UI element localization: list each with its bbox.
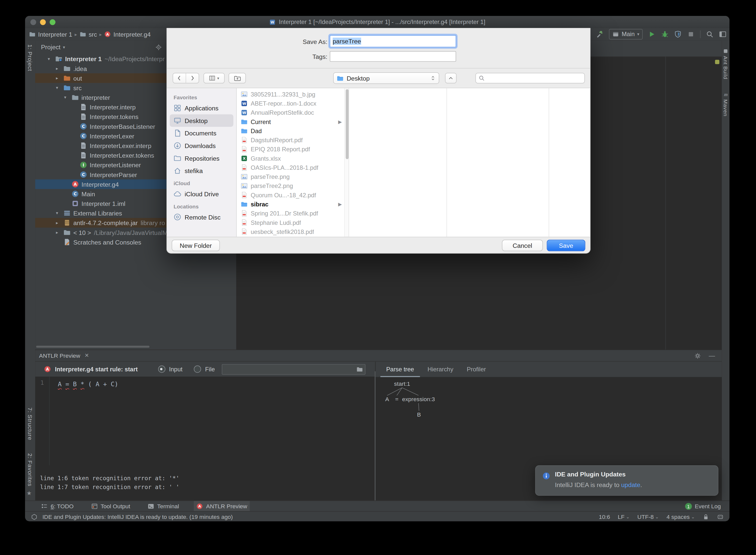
list-item[interactable]: XGrants.xlsx: [237, 154, 344, 163]
forward-button[interactable]: [186, 75, 199, 82]
view-mode-button[interactable]: ▾: [204, 73, 225, 83]
sidebar-item-structure[interactable]: 7: Structure: [27, 408, 33, 440]
list-item[interactable]: Dad: [237, 126, 344, 135]
new-folder-button[interactable]: New Folder: [172, 240, 220, 251]
tab-parse-tree[interactable]: Parse tree: [381, 362, 420, 377]
list-item[interactable]: parseTree.png: [237, 172, 344, 181]
location-popup[interactable]: Desktop: [333, 72, 439, 84]
tree-expand-icon[interactable]: ▾: [48, 56, 55, 61]
list-item[interactable]: sibrac▶: [237, 200, 344, 209]
close-icon[interactable]: ✕: [85, 352, 89, 359]
sidebar-item-maven[interactable]: mMaven: [722, 92, 728, 117]
list-item[interactable]: Spring 201...Dr Stefik.pdf: [237, 209, 344, 218]
tree-expand-icon[interactable]: ▸: [56, 76, 63, 81]
file-radio[interactable]: [194, 366, 201, 373]
toolwindow-button-6-todo[interactable]: 6: TODO: [39, 501, 76, 512]
minimize-window-button[interactable]: [40, 19, 46, 25]
toolwindow-button-tool-output[interactable]: Tool Output: [88, 501, 132, 512]
tree-expand-icon[interactable]: ▸: [56, 220, 63, 225]
list-item[interactable]: 38052911...32931_b.jpg: [237, 90, 344, 99]
tab-profiler[interactable]: Profiler: [461, 362, 492, 377]
indent-widget[interactable]: 4 spaces⌄: [667, 513, 695, 520]
run-button[interactable]: [648, 30, 656, 38]
save-button[interactable]: Save: [547, 240, 585, 251]
sidebar-item-documents[interactable]: Documents: [170, 127, 233, 139]
tree-expand-icon[interactable]: ▸: [56, 66, 63, 71]
filename-input[interactable]: parseTree: [330, 35, 456, 47]
favorites-star-button[interactable]: ★: [27, 490, 32, 497]
build-hammer-icon[interactable]: [596, 30, 604, 38]
scratches-icon: [63, 238, 71, 246]
line-separator-widget[interactable]: LF⌄: [618, 513, 630, 520]
inspection-indicator[interactable]: [715, 60, 719, 64]
gear-icon[interactable]: [694, 352, 701, 359]
breadcrumb-item[interactable]: Interpreter 1: [29, 31, 72, 38]
encoding-widget[interactable]: UTF-8⌄: [637, 513, 659, 520]
event-log-button[interactable]: 1 Event Log: [685, 503, 721, 510]
sidebar-item-label: Remote Disc: [185, 213, 221, 221]
tree-expand-icon[interactable]: ▸: [56, 230, 63, 235]
list-item[interactable]: WAnnualReportStefik.doc: [237, 108, 344, 117]
breadcrumb-item[interactable]: AInterpreter.g4: [104, 31, 151, 38]
back-button[interactable]: [173, 75, 186, 82]
tool-output-icon: [91, 503, 98, 510]
sidebar-item-icloud-drive[interactable]: iCloud Drive: [170, 188, 233, 200]
sidebar-item-downloads[interactable]: Downloads: [170, 139, 233, 152]
sidebar-item-repositories[interactable]: Repositories: [170, 152, 233, 165]
list-item[interactable]: Quorum Ou...-18_42.pdf: [237, 190, 344, 200]
file-name: Spring 201...Dr Stefik.pdf: [251, 210, 318, 217]
locate-icon[interactable]: [155, 44, 162, 50]
sidebar-item-stefika[interactable]: stefika: [170, 165, 233, 177]
search-everywhere-icon[interactable]: [706, 30, 714, 38]
tree-expand-icon[interactable]: ▾: [56, 85, 63, 90]
sidebar-item-ant-build[interactable]: Ant Build: [722, 48, 728, 79]
chevron-down-icon[interactable]: ▾: [63, 45, 65, 49]
browse-folder-icon[interactable]: [356, 366, 363, 373]
sidebar-item-favorites[interactable]: 2: Favorites: [27, 453, 33, 486]
new-folder-toolbar-button[interactable]: [229, 73, 246, 83]
layout-icon[interactable]: [719, 30, 727, 38]
search-input[interactable]: [475, 73, 585, 83]
toolwindow-button-antlr-preview[interactable]: AANTLR Preview: [194, 501, 250, 512]
list-item[interactable]: WABET-repor...tion-1.docx: [237, 99, 344, 108]
ide-indicator-icon[interactable]: [717, 513, 724, 520]
tags-input[interactable]: [330, 51, 456, 61]
tree-expand-icon[interactable]: ▾: [64, 95, 72, 100]
input-radio[interactable]: [158, 366, 165, 373]
file-path-input[interactable]: [222, 364, 365, 374]
zoom-window-button[interactable]: [50, 19, 55, 25]
cancel-button[interactable]: Cancel: [502, 240, 543, 251]
background-tasks-icon[interactable]: [31, 513, 38, 520]
antlr-input-editor[interactable]: 1 A = B * ( A + C): [35, 377, 375, 465]
coverage-button[interactable]: [674, 30, 682, 38]
list-item[interactable]: DagstuhlReport.pdf: [237, 135, 344, 144]
sidebar-item-remote-disc[interactable]: Remote Disc: [170, 211, 233, 223]
close-window-button[interactable]: [30, 19, 36, 25]
list-item[interactable]: uesbeck_stefik2018.pdf: [237, 227, 344, 236]
hide-panel-icon[interactable]: —: [709, 352, 715, 359]
antlr-preview-title[interactable]: ANTLR Preview: [39, 352, 80, 359]
sidebar-item-applications[interactable]: Applications: [170, 102, 233, 115]
list-item[interactable]: Current▶: [237, 117, 344, 126]
stop-button[interactable]: [687, 30, 695, 38]
list-item[interactable]: parseTree2.png: [237, 181, 344, 190]
toolwindow-button-terminal[interactable]: Terminal: [145, 501, 181, 512]
status-message[interactable]: IDE and Plugin Updates: IntelliJ IDEA is…: [42, 513, 233, 520]
list-item[interactable]: Stephanie Ludi.pdf: [237, 218, 344, 227]
lock-icon[interactable]: [703, 513, 709, 520]
breadcrumb-item[interactable]: src: [80, 31, 97, 38]
caret-position-widget[interactable]: 10:6: [599, 513, 610, 520]
tree-label: InterpreterBaseListener: [90, 123, 155, 130]
sidebar-item-desktop[interactable]: Desktop: [170, 114, 233, 127]
project-panel-title[interactable]: Project: [41, 43, 60, 51]
update-link[interactable]: update: [621, 481, 640, 488]
list-item[interactable]: OASIcs-PLA...2018-1.pdf: [237, 163, 344, 172]
collapse-sheet-button[interactable]: [445, 73, 457, 83]
tab-hierarchy[interactable]: Hierarchy: [422, 362, 459, 377]
horizontal-scrollbar[interactable]: [36, 346, 149, 348]
run-configuration-selector[interactable]: Main ▾: [609, 29, 643, 40]
debug-button[interactable]: [661, 30, 669, 38]
tree-expand-icon[interactable]: ▾: [56, 211, 63, 215]
sidebar-item-project[interactable]: 1: Project: [27, 44, 33, 71]
list-item[interactable]: EPIQ 2018 Report.pdf: [237, 145, 344, 154]
